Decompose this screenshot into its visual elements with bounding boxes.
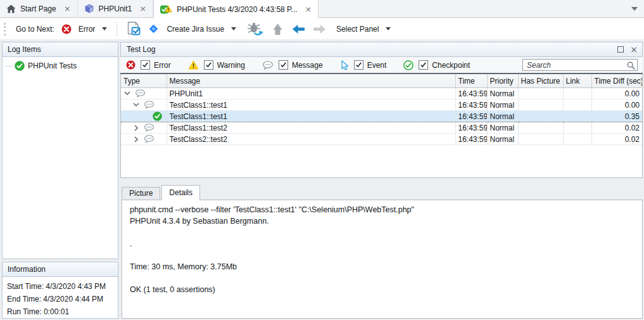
checkpoint-icon	[153, 112, 162, 121]
event-checkbox[interactable]	[354, 60, 363, 70]
filter-label: Warning	[217, 61, 245, 70]
details-line	[130, 272, 635, 284]
tab-picture[interactable]: Picture	[122, 187, 160, 200]
table-row[interactable]: TestClass1::test116:43:59Normal0.00	[121, 99, 642, 111]
message-checkbox[interactable]	[279, 60, 288, 70]
chevron-down-icon[interactable]	[631, 7, 638, 11]
report-icon[interactable]	[127, 22, 141, 36]
collapse-icon[interactable]	[132, 103, 140, 107]
information-header: Information	[3, 262, 118, 277]
close-panel-icon[interactable]: ×	[630, 47, 638, 53]
tab-label: PHPUnit1	[99, 4, 132, 13]
column-header-time[interactable]: Time	[455, 74, 487, 88]
log-tree-item-label: PHPUnit Tests	[28, 61, 77, 70]
column-header-type[interactable]: Type	[121, 74, 167, 88]
toolbar-drag-handle[interactable]	[4, 23, 6, 35]
go-to-next-label: Go to Next:	[16, 25, 54, 34]
filter-warning: Warning	[188, 60, 245, 70]
warning-checkbox[interactable]	[204, 60, 213, 70]
details-line	[130, 250, 635, 261]
table-row[interactable]: TestClass1::test216:43:59Normal0.02	[121, 122, 642, 134]
back-arrow-icon[interactable]	[292, 24, 305, 34]
cell-link	[563, 134, 591, 145]
cell-priority: Normal	[487, 99, 518, 111]
post-issue-bug-icon[interactable]	[247, 22, 264, 36]
select-panel-button[interactable]: Select Panel	[336, 25, 379, 34]
cell-has-picture	[518, 111, 563, 122]
column-header-time-diff[interactable]: Time Diff (sec)	[591, 74, 642, 88]
tree-connector	[6, 66, 13, 67]
cell-message: TestClass1::test1	[167, 99, 455, 111]
checkpoint-outline-icon	[403, 60, 414, 70]
filter-label: Checkpoint	[432, 61, 470, 70]
create-jira-issue-button[interactable]: Create Jira Issue	[167, 25, 224, 34]
cell-has-picture	[518, 122, 563, 134]
event-icon	[340, 60, 349, 70]
close-icon[interactable]: ×	[64, 6, 71, 12]
select-panel-dropdown-icon[interactable]	[386, 27, 391, 30]
tab-details[interactable]: Details	[161, 185, 200, 200]
column-header-priority[interactable]: Priority	[487, 74, 518, 88]
cell-has-picture	[518, 99, 563, 111]
toolbar-separator	[117, 22, 117, 36]
log-items-panel: Log Items PHPUnit Tests	[2, 42, 118, 259]
cell-priority: Normal	[487, 111, 518, 122]
cell-priority: Normal	[487, 134, 518, 145]
details-content[interactable]: phpunit.cmd --verbose --filter 'TestClas…	[122, 200, 643, 319]
cell-type	[121, 88, 167, 99]
tab-phpunit1[interactable]: PHPUnit1 ×	[78, 0, 154, 18]
table-row[interactable]: PHPUnit116:43:59Normal0.00	[121, 88, 642, 99]
tab-phpunit-tests-log[interactable]: PHPUnit Tests 4/3/2020 4:43:58 P... ×	[153, 0, 319, 18]
table-row[interactable]: TestClass1::test116:43:59Normal0.35	[121, 111, 642, 122]
close-icon[interactable]: ×	[139, 6, 146, 12]
search-input[interactable]	[522, 59, 638, 71]
cell-time: 16:43:59	[455, 122, 487, 134]
filter-checkpoint: Checkpoint	[403, 60, 470, 70]
close-icon[interactable]: ×	[305, 6, 312, 13]
cell-time: 16:43:59	[455, 134, 487, 145]
cell-time: 16:43:59	[455, 111, 487, 122]
error-icon	[61, 24, 72, 34]
log-table-container: Type Message Time Priority Has Picture L…	[120, 74, 643, 178]
create-jira-dropdown-icon[interactable]	[231, 27, 236, 30]
cell-message: TestClass1::test1	[167, 111, 455, 122]
message-icon	[144, 124, 155, 132]
collapse-icon[interactable]	[123, 91, 131, 96]
table-row[interactable]: TestClass2::test216:43:59Normal0.02	[121, 134, 642, 145]
cell-time-diff: 0.00	[591, 88, 642, 99]
log-items-header: Log Items	[3, 42, 118, 57]
expand-icon[interactable]	[132, 125, 140, 131]
expand-icon[interactable]	[132, 136, 140, 143]
home-icon	[6, 4, 16, 13]
result-ok-warning-icon	[160, 4, 172, 15]
tab-label: PHPUnit Tests 4/3/2020 4:43:58 P...	[177, 5, 297, 14]
go-to-next-type[interactable]: Error	[79, 25, 96, 34]
cell-type	[121, 99, 167, 111]
error-icon	[126, 60, 136, 70]
cell-has-picture	[518, 134, 563, 145]
end-time-line: End Time: 4/3/2020 4:44 PM	[7, 293, 113, 305]
error-checkbox[interactable]	[141, 60, 150, 70]
start-time-line: Start Time: 4/3/2020 4:43 PM	[7, 280, 113, 293]
column-header-has-picture[interactable]: Has Picture	[518, 74, 563, 88]
log-tree-item-phpunit-tests[interactable]: PHPUnit Tests	[3, 57, 118, 71]
tab-start-page[interactable]: Start Page ×	[0, 0, 78, 18]
float-panel-icon[interactable]	[617, 46, 624, 53]
go-to-next-dropdown-icon[interactable]	[102, 27, 107, 30]
cell-message: PHPUnit1	[167, 88, 455, 99]
up-arrow-icon[interactable]	[272, 23, 283, 35]
filter-event: Event	[340, 60, 387, 70]
column-header-message[interactable]: Message	[167, 74, 455, 88]
cell-message: TestClass1::test2	[167, 122, 455, 134]
column-header-link[interactable]: Link	[563, 74, 591, 88]
cell-time-diff: 0.02	[591, 134, 642, 145]
filter-bar: Error Warning Message Event Checkpoint	[120, 57, 643, 73]
checkpoint-checkbox[interactable]	[419, 60, 428, 70]
search-icon[interactable]	[627, 61, 635, 70]
warning-icon	[188, 60, 199, 70]
run-time-line: Run Time: 0:00:01	[7, 305, 113, 318]
log-table: Type Message Time Priority Has Picture L…	[121, 74, 642, 145]
forward-arrow-icon[interactable]	[313, 24, 326, 34]
search-box	[522, 59, 638, 71]
details-line: Time: 30 ms, Memory: 3.75Mb	[130, 261, 635, 272]
